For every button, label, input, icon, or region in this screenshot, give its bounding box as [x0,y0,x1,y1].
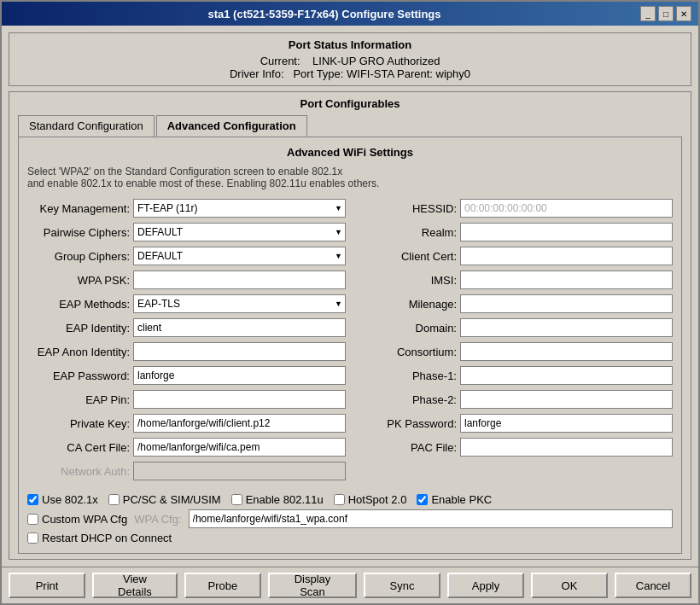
eap-identity-input[interactable] [133,318,346,337]
wpa-cfg-label: WPA Cfg: [134,513,181,526]
eap-pin-label: EAP Pin: [27,393,130,406]
domain-label: Domain: [354,322,457,334]
hessid-input[interactable] [460,199,673,218]
client-cert-label: Client Cert: [354,250,457,263]
eap-methods-select-wrapper[interactable]: EAP-TLS EAP-PEAP EAP-TTLS [133,294,346,313]
restart-dhcp-checkbox-item[interactable]: Restart DHCP on Connect [27,532,172,544]
enable-80211u-label: Enable 802.11u [246,493,324,506]
eap-pin-input[interactable] [133,390,346,409]
domain-input[interactable] [460,318,673,337]
consortium-input[interactable] [460,342,673,361]
display-scan-button[interactable]: Display Scan [268,573,357,598]
cancel-button[interactable]: Cancel [615,573,691,598]
sync-button[interactable]: Sync [364,573,440,598]
hessid-label: HESSID: [354,202,457,215]
restart-dhcp-checkbox[interactable] [27,532,38,544]
phase2-row: Phase-2: [354,389,673,410]
group-ciphers-label: Group Ciphers: [27,250,130,263]
use-8021x-label: Use 802.1x [42,493,98,506]
private-key-input[interactable] [133,414,346,433]
custom-wpa-row: Custom WPA Cfg WPA Cfg: [27,509,673,528]
group-ciphers-select[interactable]: DEFAULT CCMP TKIP [133,247,346,265]
private-key-row: Private Key: [27,413,346,433]
milenage-row: Milenage: [354,294,673,314]
key-management-select[interactable]: FT-EAP (11r) WPA-EAP WPA-PSK [133,199,346,218]
eap-anon-identity-input[interactable] [133,342,346,361]
close-button[interactable]: ✕ [676,6,691,21]
pk-password-label: PK Password: [354,417,457,430]
pc-sc-checkbox[interactable] [108,494,120,505]
restart-dhcp-label: Restart DHCP on Connect [42,532,172,544]
realm-input[interactable] [460,223,673,241]
port-configurables-title: Port Configurables [18,97,682,110]
key-management-select-wrapper[interactable]: FT-EAP (11r) WPA-EAP WPA-PSK [133,199,346,218]
hotspot-20-checkbox-item[interactable]: HotSpot 2.0 [334,493,407,506]
imsi-input[interactable] [460,271,673,289]
custom-wpa-checkbox[interactable] [27,514,38,525]
checkboxes-row: Use 802.1x PC/SC & SIM/USIM Enable 802.1… [27,493,673,506]
consortium-row: Consortium: [354,341,673,362]
tab-standard[interactable]: Standard Configuration [18,115,155,137]
eap-methods-select[interactable]: EAP-TLS EAP-PEAP EAP-TTLS [133,294,346,313]
network-auth-input[interactable] [133,462,346,480]
pairwise-ciphers-row: Pairwise Ciphers: DEFAULT CCMP TKIP [27,222,346,242]
pc-sc-checkbox-item[interactable]: PC/SC & SIM/USIM [108,493,221,506]
client-cert-input[interactable] [460,247,673,265]
tab-advanced[interactable]: Advanced Configuration [156,115,307,137]
main-window: sta1 (ct521-5359-F17x64) Configure Setti… [0,0,700,605]
use-8021x-checkbox-item[interactable]: Use 802.1x [27,493,98,506]
hotspot-20-checkbox[interactable] [334,494,345,505]
key-management-label: Key Management: [27,202,130,215]
apply-button[interactable]: Apply [447,573,524,598]
pairwise-ciphers-label: Pairwise Ciphers: [27,226,130,239]
enable-80211u-checkbox-item[interactable]: Enable 802.11u [231,493,324,506]
advanced-wifi-title: Advanced WiFi Settings [27,146,673,159]
port-configurables-section: Port Configurables Standard Configuratio… [9,91,691,560]
group-ciphers-select-wrapper[interactable]: DEFAULT CCMP TKIP [133,247,346,265]
custom-wpa-label: Custom WPA Cfg [42,513,127,526]
maximize-button[interactable]: □ [658,6,674,21]
restart-dhcp-row: Restart DHCP on Connect [27,532,673,544]
wpa-psk-row: WPA PSK: [27,270,346,290]
tabs: Standard Configuration Advanced Configur… [18,115,682,137]
client-cert-row: Client Cert: [354,246,673,266]
view-details-button[interactable]: View Details [92,573,178,598]
eap-identity-row: EAP Identity: [27,317,346,338]
wpa-psk-input[interactable] [133,271,346,289]
enable-pkc-checkbox[interactable] [417,494,428,505]
help-text: Select 'WPA2' on the Standard Configurat… [27,166,673,189]
current-value: LINK-UP GRO Authorized [312,55,440,67]
private-key-label: Private Key: [27,417,130,430]
wpa-psk-label: WPA PSK: [27,274,130,287]
pac-file-input[interactable] [460,438,673,457]
ok-button[interactable]: OK [531,573,608,598]
eap-methods-label: EAP Methods: [27,298,130,311]
eap-password-label: EAP Password: [27,369,130,382]
use-8021x-checkbox[interactable] [27,494,38,505]
phase1-input[interactable] [460,366,673,385]
hotspot-20-label: HotSpot 2.0 [348,493,407,506]
eap-password-row: EAP Password: [27,365,346,386]
enable-80211u-checkbox[interactable] [231,494,242,505]
network-auth-label: Network Auth: [27,465,130,478]
tab-content-advanced: Advanced WiFi Settings Select 'WPA2' on … [18,137,682,554]
ca-cert-file-input[interactable] [133,438,346,457]
enable-pkc-checkbox-item[interactable]: Enable PKC [417,493,492,506]
phase2-input[interactable] [460,390,673,409]
pk-password-input[interactable] [460,414,673,433]
content-area: Port Status Information Current: LINK-UP… [2,26,698,567]
minimize-button[interactable]: _ [640,6,656,21]
realm-label: Realm: [354,226,457,239]
pairwise-ciphers-select[interactable]: DEFAULT CCMP TKIP [133,223,346,241]
wpa-cfg-input[interactable] [189,509,673,528]
eap-password-input[interactable] [133,366,346,385]
custom-wpa-checkbox-item[interactable]: Custom WPA Cfg [27,513,127,526]
print-button[interactable]: Print [9,573,85,598]
milenage-input[interactable] [460,294,673,313]
eap-pin-row: EAP Pin: [27,389,346,410]
pairwise-ciphers-select-wrapper[interactable]: DEFAULT CCMP TKIP [133,223,346,241]
eap-identity-label: EAP Identity: [27,322,130,334]
port-status-section: Port Status Information Current: LINK-UP… [9,32,691,86]
form-grid: Key Management: FT-EAP (11r) WPA-EAP WPA… [27,198,673,490]
probe-button[interactable]: Probe [184,573,261,598]
